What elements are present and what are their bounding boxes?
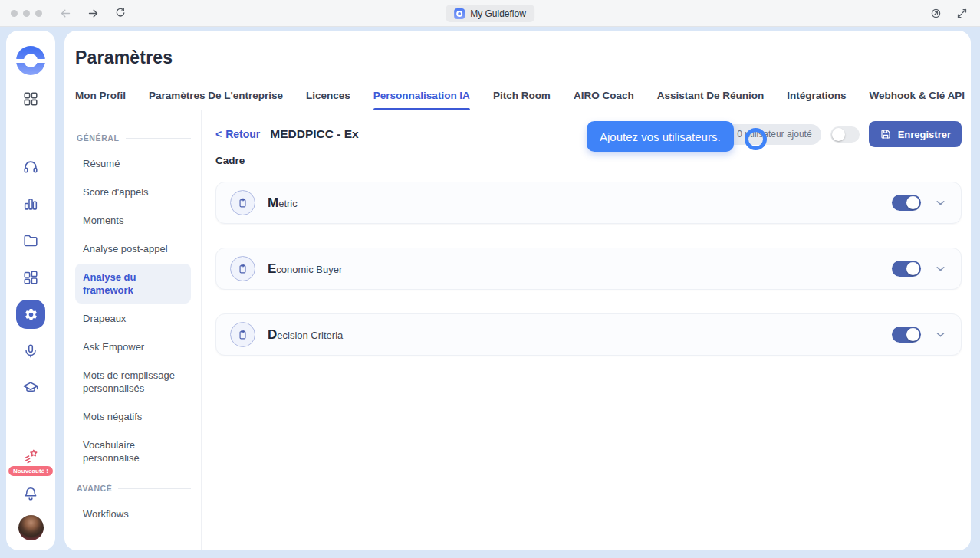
chevron-down-icon[interactable] bbox=[934, 328, 947, 341]
card-title: Economic Buyer bbox=[268, 261, 342, 277]
economic-buyer-toggle[interactable] bbox=[892, 261, 921, 277]
sidebar-item-vocabulaire[interactable]: Vocabulaire personnalisé bbox=[75, 432, 191, 471]
window-zoom-button bbox=[35, 10, 42, 17]
back-link[interactable]: < Retour bbox=[215, 128, 260, 140]
reload-icon[interactable] bbox=[114, 7, 127, 19]
settings-sidebar: GÉNÉRAL Résumé Score d'appels Moments An… bbox=[64, 110, 202, 550]
settings-page: Paramètres Mon Profil Paramètres De L'en… bbox=[64, 31, 971, 550]
dashboard-grid-icon[interactable] bbox=[21, 90, 40, 108]
browser-tab[interactable]: My Guideflow bbox=[446, 5, 534, 22]
save-button[interactable]: Enregistrer bbox=[869, 121, 962, 147]
chevron-down-icon[interactable] bbox=[934, 196, 947, 209]
page-title: Paramètres bbox=[75, 48, 173, 68]
sidebar-section-general: GÉNÉRAL bbox=[77, 133, 120, 143]
forward-arrow-icon[interactable] bbox=[87, 7, 100, 20]
window-close-button bbox=[11, 10, 18, 17]
tab-licences[interactable]: Licences bbox=[306, 81, 350, 110]
whats-new-star-icon[interactable] bbox=[21, 447, 40, 465]
tab-webhook-cle-api[interactable]: Webhook & Clé API bbox=[869, 81, 965, 110]
browser-topbar: My Guideflow bbox=[0, 0, 980, 27]
decision-criteria-toggle[interactable] bbox=[892, 327, 921, 343]
framework-card-metric[interactable]: Metric bbox=[215, 182, 962, 224]
whats-new-badge: Nouveauté ! bbox=[8, 466, 53, 476]
framework-content: < Retour MEDDPICC - Ex 0 utilisateur ajo… bbox=[202, 110, 971, 550]
bell-icon[interactable] bbox=[21, 484, 40, 503]
expand-icon[interactable] bbox=[956, 8, 968, 19]
floppy-save-icon bbox=[880, 128, 892, 140]
sidebar-item-score-appels[interactable]: Score d'appels bbox=[75, 179, 191, 205]
tab-mon-profil[interactable]: Mon Profil bbox=[75, 81, 126, 110]
back-label: Retour bbox=[225, 128, 260, 140]
clipboard-icon bbox=[230, 256, 255, 281]
click-indicator-ring bbox=[745, 128, 767, 150]
user-avatar[interactable] bbox=[18, 515, 44, 540]
tab-airo-coach[interactable]: AIRO Coach bbox=[574, 81, 634, 110]
graduation-cap-icon[interactable] bbox=[21, 379, 40, 397]
sidebar-item-resume[interactable]: Résumé bbox=[75, 150, 191, 177]
widgets-grid-icon[interactable] bbox=[21, 268, 40, 287]
card-title: Metric bbox=[268, 195, 298, 211]
sidebar-item-drapeaux[interactable]: Drapeaux bbox=[75, 305, 191, 332]
guideflow-logo-icon bbox=[454, 8, 465, 19]
chevron-down-icon[interactable] bbox=[934, 262, 947, 275]
guideflow-tooltip: Ajoutez vos utilisateurs. bbox=[587, 121, 734, 152]
sidebar-section-avance: AVANCÉ bbox=[77, 484, 112, 493]
save-label: Enregistrer bbox=[898, 129, 951, 140]
window-controls bbox=[11, 10, 42, 17]
app-logo[interactable] bbox=[16, 46, 45, 75]
headphones-icon[interactable] bbox=[21, 158, 40, 176]
sidebar-item-mots-remplissage[interactable]: Mots de remplissage personnalisés bbox=[75, 362, 191, 402]
framework-card-economic-buyer[interactable]: Economic Buyer bbox=[215, 248, 962, 290]
app-icon-rail: Nouveauté ! bbox=[6, 31, 55, 550]
sidebar-item-ask-empower[interactable]: Ask Empower bbox=[75, 333, 191, 360]
window-minimize-button bbox=[23, 10, 30, 17]
settings-gear-icon[interactable] bbox=[16, 300, 45, 329]
tab-pitch-room[interactable]: Pitch Room bbox=[493, 81, 551, 110]
framework-card-decision-criteria[interactable]: Decision Criteria bbox=[215, 313, 962, 356]
tab-bar: Mon Profil Paramètres De L'entreprise Li… bbox=[64, 81, 971, 110]
sidebar-item-analyse-post-appel[interactable]: Analyse post-appel bbox=[75, 235, 191, 262]
section-divider bbox=[126, 138, 191, 139]
tab-assistant-reunion[interactable]: Assistant De Réunion bbox=[657, 81, 765, 110]
sidebar-item-analyse-framework[interactable]: Analyse du framework bbox=[75, 264, 191, 304]
tab-personnalisation-ia[interactable]: Personnalisation IA bbox=[373, 81, 470, 110]
clipboard-icon bbox=[230, 190, 255, 215]
cadre-label: Cadre bbox=[215, 155, 962, 166]
share-circle-icon[interactable] bbox=[929, 7, 942, 20]
microphone-icon[interactable] bbox=[21, 342, 40, 360]
back-arrow-icon[interactable] bbox=[59, 7, 72, 20]
bar-chart-icon[interactable] bbox=[21, 195, 40, 213]
section-divider bbox=[118, 488, 191, 489]
browser-tab-title: My Guideflow bbox=[470, 8, 526, 19]
sidebar-item-mots-negatifs[interactable]: Mots négatifs bbox=[75, 403, 191, 430]
card-title: Decision Criteria bbox=[268, 327, 343, 343]
back-chevron-icon: < bbox=[215, 128, 222, 140]
sidebar-item-moments[interactable]: Moments bbox=[75, 207, 191, 234]
tab-parametres-entreprise[interactable]: Paramètres De L'entreprise bbox=[149, 81, 283, 110]
clipboard-icon bbox=[230, 322, 255, 347]
header-toggle[interactable] bbox=[830, 126, 860, 143]
sidebar-item-workflows[interactable]: Workflows bbox=[75, 501, 191, 527]
folder-icon[interactable] bbox=[21, 231, 40, 250]
framework-title: MEDDPICC - Ex bbox=[270, 127, 358, 141]
metric-toggle[interactable] bbox=[892, 195, 921, 211]
tab-integrations[interactable]: Intégrations bbox=[787, 81, 846, 110]
